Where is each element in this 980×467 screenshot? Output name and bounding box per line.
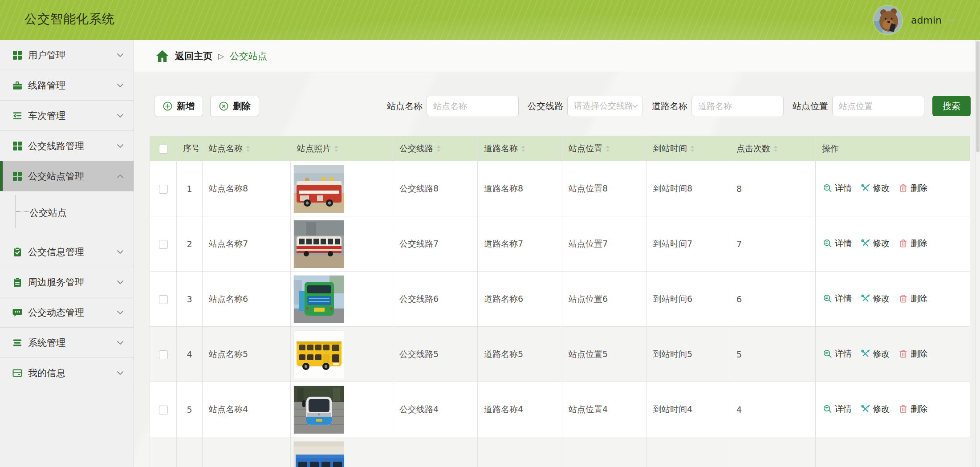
cell-station-photo	[291, 327, 393, 382]
cell-arrival-time: 到站时间6	[647, 272, 730, 327]
cell-arrival-time: 到站时间7	[647, 216, 730, 272]
sidebar-item-bus-route-mgmt[interactable]: 公交线路管理	[0, 131, 134, 161]
delete-row-button[interactable]: 删除	[899, 238, 927, 249]
delete-row-button[interactable]: 删除	[899, 403, 927, 415]
table-row: 5站点名称4公交线路4道路名称4站点位置4到站时间44详情修改删除	[150, 382, 970, 437]
station-position-input[interactable]	[832, 96, 924, 116]
table-row: 2站点名称7公交线路7道路名称7站点位置7到站时间77详情修改删除	[150, 216, 970, 272]
sidebar-subitem-bus-station[interactable]: 公交站点	[29, 207, 67, 219]
delete-row-button[interactable]: 删除	[899, 348, 927, 360]
search-zone: 站点名称公交线路请选择公交线路道路名称站点位置	[378, 96, 924, 116]
station-photo-red-white-vintage-bus	[293, 220, 344, 268]
station-photo-blue-white-bus	[293, 386, 344, 433]
cell-arrival-time	[647, 437, 730, 467]
sort-icon[interactable]	[436, 145, 441, 152]
column-header-road[interactable]: 道路名称	[478, 136, 562, 161]
cell-checkbox	[150, 216, 177, 272]
edit-button[interactable]: 修改	[861, 238, 890, 249]
cell-station-name: 站点名称6	[203, 272, 291, 327]
edit-icon	[861, 183, 870, 193]
table-row: 4站点名称5公交线路5道路名称5站点位置5到站时间55详情修改删除	[150, 327, 970, 382]
sort-icon[interactable]	[773, 145, 778, 152]
sidebar-item-trip-mgmt[interactable]: 车次管理	[0, 101, 134, 131]
station-table: 序号站点名称站点照片公交线路道路名称站点位置到站时间点击次数操作 1站点名称8公…	[150, 136, 970, 467]
cell-bus-line: 公交线路4	[393, 382, 478, 437]
plus-circle-icon	[163, 101, 173, 111]
select-placeholder: 请选择公交线路	[574, 100, 632, 112]
search-field-label: 站点名称	[387, 100, 423, 112]
search-button[interactable]: 搜索	[932, 96, 971, 116]
column-header-index: 序号	[177, 136, 203, 161]
delete-button[interactable]: 删除	[210, 96, 259, 116]
column-header-clicks[interactable]: 点击次数	[730, 136, 816, 161]
cell-station-photo	[291, 437, 393, 467]
trash-icon	[899, 404, 908, 414]
delete-row-button[interactable]: 删除	[899, 183, 927, 194]
username-label: admin	[911, 15, 942, 26]
add-button[interactable]: 新增	[154, 96, 203, 116]
detail-button[interactable]: 详情	[823, 293, 852, 305]
vertical-scrollbar[interactable]	[975, 40, 980, 467]
cell-road-name: 道路名称6	[478, 272, 562, 327]
row-checkbox[interactable]	[159, 295, 168, 304]
search-field-station-position: 站点位置	[793, 96, 924, 116]
select-all-checkbox[interactable]	[159, 145, 168, 154]
main-content: 返回主页 ▷ 公交站点 新增 删除 站点名称公交线路请选择公交线路道路名称站点位…	[134, 40, 980, 467]
bus-line-select[interactable]: 请选择公交线路	[567, 96, 643, 116]
sidebar-item-bus-info-mgmt[interactable]: 公交信息管理	[0, 237, 134, 267]
sort-icon[interactable]	[334, 145, 338, 152]
sidebar-item-route-mgmt[interactable]: 线路管理	[0, 70, 134, 101]
station-photo-green-city-bus	[293, 275, 344, 323]
row-checkbox[interactable]	[159, 240, 168, 249]
breadcrumb-home-link[interactable]: 返回主页	[175, 50, 212, 62]
sidebar-item-nearby-svc-mgmt[interactable]: 周边服务管理	[0, 267, 134, 297]
edit-button[interactable]: 修改	[861, 403, 890, 415]
detail-icon	[823, 294, 832, 303]
sidebar-item-bus-station-mgmt[interactable]: 公交站点管理	[0, 161, 134, 191]
delete-row-button[interactable]: 删除	[899, 293, 927, 305]
chevron-down-icon	[632, 104, 638, 108]
sidebar-item-system-mgmt[interactable]: 系统管理	[0, 328, 134, 358]
sidebar-item-user-mgmt[interactable]: 用户管理	[0, 40, 134, 70]
x-circle-icon	[219, 101, 229, 111]
edit-button[interactable]: 修改	[861, 348, 890, 360]
detail-button[interactable]: 详情	[823, 238, 852, 249]
user-menu[interactable]: admin	[874, 0, 954, 40]
row-checkbox[interactable]	[159, 406, 168, 414]
detail-button[interactable]: 详情	[823, 348, 852, 360]
table-row: 3站点名称6公交线路6道路名称6站点位置6到站时间66详情修改删除	[150, 272, 970, 327]
cell-checkbox	[150, 161, 177, 216]
search-field-station-name: 站点名称	[387, 96, 519, 116]
column-header-name[interactable]: 站点名称	[203, 136, 291, 161]
sort-icon[interactable]	[690, 145, 695, 152]
sidebar-item-bus-news-mgmt[interactable]: 公交动态管理	[0, 297, 134, 328]
sidebar-submenu: 公交站点	[0, 191, 134, 237]
column-header-line[interactable]: 公交线路	[393, 136, 478, 161]
column-header-arrival[interactable]: 到站时间	[647, 136, 730, 161]
row-checkbox[interactable]	[159, 185, 168, 194]
sidebar-item-my-info[interactable]: 我的信息	[0, 358, 134, 388]
column-header-photo[interactable]: 站点照片	[291, 136, 393, 161]
cell-station-position: 站点位置7	[562, 216, 647, 272]
chevron-down-icon	[117, 114, 124, 118]
detail-button[interactable]: 详情	[823, 403, 852, 415]
tree-connector	[16, 211, 28, 212]
road-name-input[interactable]	[691, 96, 784, 116]
station-name-input[interactable]	[427, 96, 519, 116]
sort-icon[interactable]	[606, 145, 610, 152]
edit-button[interactable]: 修改	[861, 183, 890, 194]
cell-click-count: 6	[730, 272, 816, 327]
detail-icon	[823, 349, 832, 358]
edit-button[interactable]: 修改	[861, 293, 890, 305]
column-header-position[interactable]: 站点位置	[562, 136, 647, 161]
detail-icon	[823, 183, 832, 193]
sort-icon[interactable]	[246, 145, 250, 152]
row-checkbox[interactable]	[159, 350, 168, 359]
sort-icon[interactable]	[521, 145, 525, 152]
scrollbar-thumb[interactable]	[976, 41, 980, 152]
sidebar-item-label: 公交信息管理	[28, 246, 84, 258]
breadcrumb-separator: ▷	[218, 52, 224, 61]
cell-bus-line: 公交线路6	[393, 272, 478, 327]
detail-button[interactable]: 详情	[823, 183, 852, 194]
cell-actions: 详情修改删除	[816, 327, 970, 382]
